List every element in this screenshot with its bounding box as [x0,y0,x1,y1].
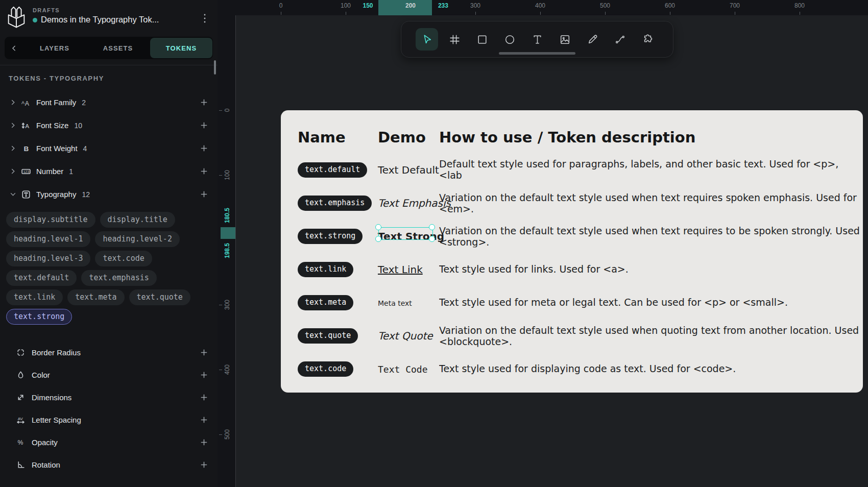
pencil-tool-button[interactable] [581,28,604,51]
token-description-text[interactable]: Text style used for links. Used for <a>. [439,264,862,275]
board-typography-demos[interactable]: Name Demo How to use / Token description… [281,110,863,393]
token-description-text[interactable]: Default text style used for paragraphs, … [439,159,862,181]
token-group-letter-spacing[interactable]: AVLetter Spacing [0,408,218,431]
token-pill-text.link[interactable]: text.link [6,289,63,305]
column-header-name[interactable]: Name [298,129,346,146]
token-pill-display.subtitle[interactable]: display.subtitle [6,212,95,228]
token-pill-text.emphasis[interactable]: text.emphasis [81,270,156,286]
svg-text:A: A [25,123,29,130]
board-table-row: text.meta Meta text Text style used for … [281,286,863,320]
token-group-dimensions[interactable]: Dimensions [0,386,218,408]
frame-tool-button[interactable] [443,28,466,51]
token-pill-text.meta[interactable]: text.meta [67,289,124,305]
token-name-pill[interactable]: text.meta [298,295,353,310]
token-demo-text[interactable]: Meta text [378,299,412,307]
ellipse-tool-button[interactable] [498,28,521,51]
token-group-opacity[interactable]: %Opacity [0,431,218,453]
token-pill-text.quote[interactable]: text.quote [129,289,190,305]
curve-icon [614,33,626,46]
token-demo-text[interactable]: Text Link [378,263,423,276]
add-token-button[interactable] [200,416,208,424]
token-group-color[interactable]: Color [0,363,218,386]
image-icon [559,33,571,46]
selection-resize-handle[interactable] [429,236,435,242]
token-group-font-family[interactable]: AAFont Family2 [0,91,218,114]
board-table-header: Name Demo How to use / Token description [281,129,863,149]
token-description-text[interactable]: Variation on the default text style used… [439,325,862,347]
token-group-border-radius[interactable]: Border Radius [0,341,218,363]
selection-resize-handle[interactable] [375,236,381,242]
curve-tool-button[interactable] [609,28,631,51]
token-description-text[interactable]: Text style used for meta or legal text. … [439,297,862,308]
token-pill-text.strong[interactable]: text.strong [6,309,72,325]
canvas-left-border [235,15,236,487]
selection-resize-handle[interactable] [375,224,381,230]
token-demo-text[interactable]: Text Quote [378,330,433,342]
token-group-number[interactable]: 123Number1 [0,160,218,183]
ruler-selection-label: 233 [438,2,448,9]
token-demo-text[interactable]: Text Default [378,164,439,176]
group-count: 10 [74,121,82,130]
token-name-pill[interactable]: text.default [298,162,367,178]
column-header-description[interactable]: How to use / Token description [439,129,862,146]
selection-box[interactable] [378,227,433,240]
token-group-rotation[interactable]: Rotation [0,453,218,476]
add-token-button[interactable] [200,144,208,153]
design-toolbar [401,21,673,58]
collapse-sidebar-button[interactable] [5,37,23,59]
add-token-button[interactable] [200,371,208,379]
token-description-text[interactable]: Text style used for displaying code as t… [439,363,862,375]
add-token-button[interactable] [200,393,208,402]
ruler-tick-label: 300 [470,2,480,9]
add-token-button[interactable] [200,98,208,107]
ruler-selection-label: 198.5 [224,243,231,258]
token-pill-text.default[interactable]: text.default [6,270,77,286]
rectangle-tool-button[interactable] [471,28,493,51]
text-tool-button[interactable] [526,28,548,51]
token-group-font-weight[interactable]: BFont Weight4 [0,137,218,160]
sidebar-scrollbar[interactable] [214,60,216,75]
frame-icon [448,33,461,46]
token-description-text[interactable]: Variation on the default text style used… [439,226,862,248]
token-pill-heading.level-2[interactable]: heading.level-2 [95,231,179,247]
column-header-demo[interactable]: Demo [378,129,426,146]
vertical-ruler[interactable]: 0100300400500180.5198.5 [218,0,235,487]
group-label: Typography [36,190,76,199]
token-pill-text.code[interactable]: text.code [95,251,152,266]
svg-text:123: 123 [23,169,29,173]
add-token-button[interactable] [200,190,208,199]
group-label: Letter Spacing [32,416,81,424]
add-token-button[interactable] [200,438,208,447]
plugin-tool-button[interactable] [636,28,659,51]
tab-assets[interactable]: ASSETS [87,38,149,58]
horizontal-ruler[interactable]: 0100300400500600700800150200233 [218,0,868,15]
add-token-button[interactable] [200,460,208,469]
rectangle-icon [476,33,489,46]
image-tool-button[interactable] [553,28,576,51]
tab-tokens[interactable]: TOKENS [150,38,212,58]
tab-layers[interactable]: LAYERS [23,38,86,58]
add-token-button[interactable] [200,167,208,176]
token-name-pill[interactable]: text.code [298,361,353,377]
token-group-typography[interactable]: Typography12 [0,183,218,206]
ruler-tick [475,12,476,15]
token-pill-heading.level-3[interactable]: heading.level-3 [6,251,90,266]
toolbar-drag-handle[interactable] [499,52,575,55]
token-name-pill[interactable]: text.emphasis [298,196,372,211]
token-description-text[interactable]: Variation on the default text style used… [439,192,862,214]
ruler-tick-label: 300 [224,300,231,310]
token-name-pill[interactable]: text.strong [298,229,363,244]
kebab-menu-icon[interactable] [200,12,209,25]
token-name-pill[interactable]: text.quote [298,328,358,344]
token-pill-heading.level-1[interactable]: heading.level-1 [6,231,90,247]
pointer-tool-button[interactable] [416,28,438,51]
penpot-logo-icon[interactable] [6,5,27,29]
add-token-button[interactable] [200,348,208,357]
typography-icon [21,190,31,199]
group-label: Rotation [32,460,60,469]
token-name-pill[interactable]: text.link [298,262,353,277]
token-pill-display.title[interactable]: display.title [100,212,175,228]
token-demo-text[interactable]: Text Code [378,364,428,375]
token-group-font-size[interactable]: AFont Size10 [0,114,218,137]
add-token-button[interactable] [200,121,208,130]
